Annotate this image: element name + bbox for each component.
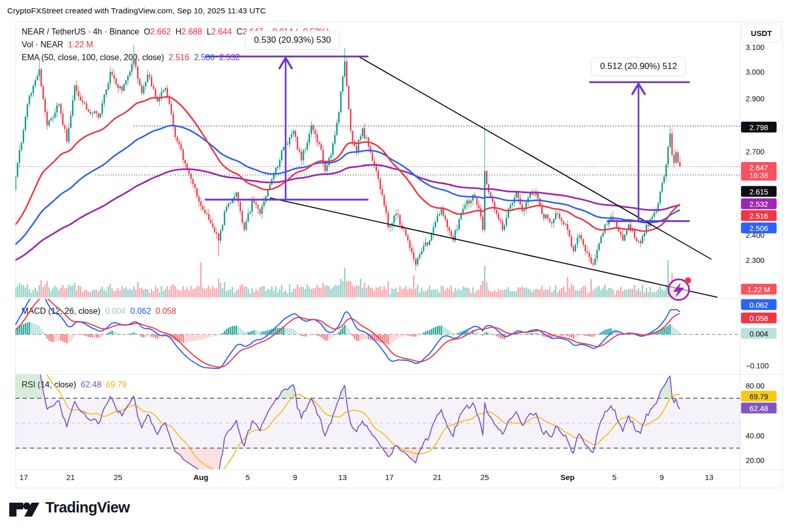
measurement-label-1[interactable]: 0.530 (20.93%) 530 xyxy=(245,31,339,49)
measure-drawings[interactable] xyxy=(205,57,690,221)
scale-tick-3.000: 3.000 xyxy=(746,68,764,76)
scale-badge-62.48: 62.48 xyxy=(741,403,777,414)
macd-pane xyxy=(0,291,740,368)
candles xyxy=(0,45,681,270)
time-label-21: 21 xyxy=(422,473,453,482)
scale-badge-2.516: 2.516 xyxy=(741,210,777,221)
scale-badge-2.506: 2.506 xyxy=(741,223,777,234)
scale-tick-−0.100: −0.100 xyxy=(746,362,769,370)
time-label-5: 5 xyxy=(599,473,630,482)
scale-tick-20.00: 20.00 xyxy=(746,456,764,465)
scale-tick-40.00: 40.00 xyxy=(746,432,764,440)
scale-badge-1.22 M: 1.22 M xyxy=(741,284,777,295)
time-label-21: 21 xyxy=(55,473,86,482)
scale-badge-69.79: 69.79 xyxy=(741,391,777,402)
time-label-Sep: Sep xyxy=(552,473,583,482)
time-label-13: 13 xyxy=(694,473,725,482)
scale-tick-3.100: 3.100 xyxy=(746,43,764,51)
scale-tick-2.300: 2.300 xyxy=(746,256,764,264)
scale-badge-0.062: 0.062 xyxy=(741,299,777,310)
last-price-time: 16:38 xyxy=(741,171,777,180)
time-axis[interactable]: 172125Aug5913172125Sep5913 xyxy=(15,471,740,487)
time-label-5: 5 xyxy=(232,473,263,482)
time-label-Aug: Aug xyxy=(185,473,216,482)
scale-tick-2.900: 2.900 xyxy=(746,95,764,103)
scale-badge-2.798: 2.798 xyxy=(741,122,777,133)
price-scale[interactable]: 3.1003.0002.9002.7982.7002.4002.64716:38… xyxy=(740,22,782,488)
scale-tick-80.00: 80.00 xyxy=(746,382,764,390)
scale-badge-2.615: 2.615 xyxy=(741,186,777,197)
scale-badge-0.058: 0.058 xyxy=(741,313,777,324)
chart-canvas[interactable] xyxy=(0,0,791,532)
time-label-25: 25 xyxy=(102,473,133,482)
time-label-13: 13 xyxy=(327,473,358,482)
scale-badge-2.647: 2.64716:38 xyxy=(741,162,777,181)
brand-name: TradingView xyxy=(45,499,130,516)
scale-badge-0.004: 0.004 xyxy=(741,328,777,339)
measurement-label-2[interactable]: 0.512 (20.90%) 512 xyxy=(591,57,685,76)
scale-badge-2.532: 2.532 xyxy=(741,199,777,209)
time-label-25: 25 xyxy=(469,473,500,482)
trendlines[interactable] xyxy=(270,57,717,297)
tradingview-snapshot: CryptoFXStreet created with TradingView.… xyxy=(0,0,791,532)
time-label-17: 17 xyxy=(374,473,405,482)
time-label-9: 9 xyxy=(280,473,311,482)
time-label-17: 17 xyxy=(8,473,39,482)
scale-tick-2.700: 2.700 xyxy=(746,148,764,156)
tradingview-attribution[interactable]: TradingView xyxy=(9,499,130,516)
rsi-pane xyxy=(0,367,740,476)
time-label-9: 9 xyxy=(646,473,677,482)
currency-toggle-button[interactable]: USDT xyxy=(742,24,781,42)
level-lines xyxy=(15,126,740,175)
